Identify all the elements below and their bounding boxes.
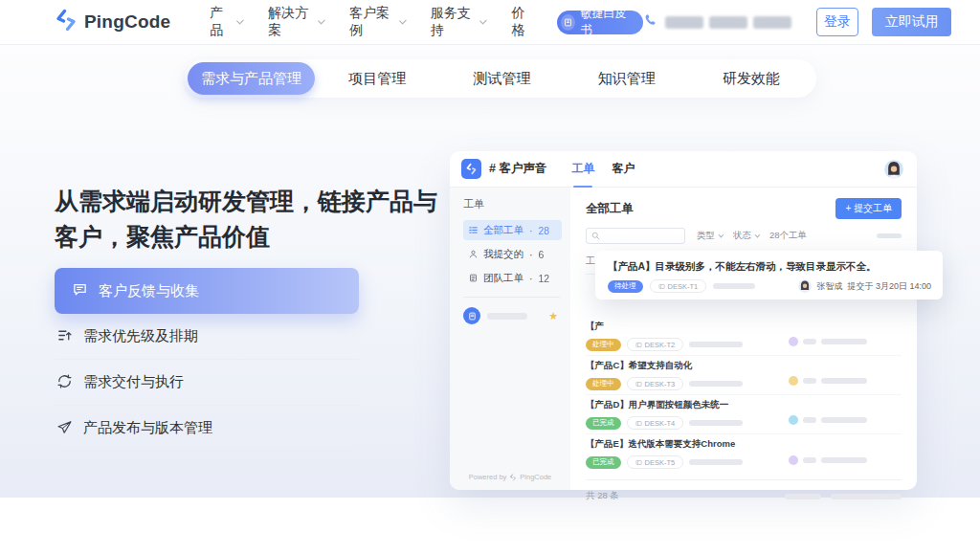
nav-item-solutions[interactable]: 解决方案 <box>255 5 336 39</box>
placeholder-bar <box>821 378 867 384</box>
placeholder-bar <box>713 283 755 289</box>
app-mockup-window: # 客户声音 工单 客户 工单 全部工单 ·28 <box>450 151 917 490</box>
mockup-tab-customers[interactable]: 客户 <box>612 151 635 188</box>
placeholder-bar <box>689 381 743 387</box>
ticket-icon <box>635 459 642 466</box>
status-badge: 处理中 <box>586 339 621 351</box>
sidebar-item-all-tickets[interactable]: 全部工单 ·28 <box>463 220 562 240</box>
powered-by-brand: PingCode <box>520 473 551 481</box>
brand-name: PingCode <box>84 11 170 33</box>
submitter-avatar <box>798 279 812 293</box>
mockup-header: # 客户声音 工单 客户 <box>450 151 917 188</box>
status-badge: 待处理 <box>608 280 643 293</box>
ticket-icon <box>635 342 642 348</box>
login-button[interactable]: 登录 <box>816 8 858 36</box>
nav-item-label: 客户案例 <box>349 5 394 39</box>
tab-knowledge[interactable]: 知识管理 <box>565 62 689 95</box>
pingcode-app-icon <box>461 159 481 179</box>
tab-testing[interactable]: 测试管理 <box>439 62 564 95</box>
submitter-name: 张智成 <box>816 280 842 293</box>
status-badge: 已完成 <box>586 456 621 469</box>
submit-ticket-button[interactable]: + 提交工单 <box>835 198 902 219</box>
table-row[interactable]: 【产品E】迭代版本需要支持Chrome 已完成 DESK-T5 <box>586 434 902 474</box>
table-footer: 共 28 条 <box>586 479 902 502</box>
filter-status[interactable]: 状态 <box>733 230 758 242</box>
sidebar-item-team-tickets[interactable]: 团队工单 ·12 <box>463 268 562 288</box>
search-input[interactable] <box>586 228 685 244</box>
phone-digits-blur <box>665 16 703 29</box>
placeholder-bar <box>821 417 867 423</box>
nav-item-support[interactable]: 服务支持 <box>417 5 499 39</box>
submit-time: 提交于 3月20日 14:00 <box>847 280 931 293</box>
chevron-down-icon <box>755 232 761 237</box>
sidebar-doc-shortcut[interactable]: ★ <box>463 307 562 324</box>
search-icon <box>591 232 600 240</box>
ticket-id: DESK-T3 <box>645 380 676 388</box>
placeholder-bar <box>689 459 743 465</box>
filter-type[interactable]: 类型 <box>697 230 722 242</box>
user-avatar[interactable] <box>884 160 903 179</box>
placeholder-bar <box>803 339 816 344</box>
mockup-main-panel: 全部工单 + 提交工单 类型 状态 28个工单 <box>570 188 917 490</box>
nav-item-cases[interactable]: 客户案例 <box>336 5 417 39</box>
placeholder-bar <box>689 420 743 426</box>
sidebar-item-my-submitted[interactable]: 我提交的 ·6 <box>463 244 562 264</box>
assignee-dot <box>789 337 798 346</box>
assignee-dot <box>789 415 798 425</box>
mockup-tab-tickets[interactable]: 工单 <box>571 151 594 188</box>
sidebar-divider <box>463 297 560 298</box>
nav-item-label: 解决方案 <box>268 5 313 39</box>
placeholder-bar <box>821 457 867 463</box>
nav-item-products[interactable]: 产品 <box>196 5 255 39</box>
whitepaper-badge[interactable]: 敏捷白皮书 <box>557 11 643 34</box>
phone-digits-blur <box>753 16 791 29</box>
ticket-id: DESK-T5 <box>645 458 676 467</box>
table-row[interactable]: 【产品D】用户界面按钮颜色未统一 已完成 DESK-T4 <box>586 395 902 434</box>
panel-title: 全部工单 <box>586 201 634 217</box>
placeholder-bar <box>803 457 816 463</box>
tab-project[interactable]: 项目管理 <box>315 62 439 95</box>
sidebar-item-label: 我提交的 <box>483 248 523 261</box>
feature-item-priority[interactable]: 需求优先级及排期 <box>55 314 359 360</box>
chevron-down-icon <box>318 17 325 25</box>
feature-label: 产品发布与版本管理 <box>83 419 212 437</box>
sidebar-item-label: 团队工单 <box>483 272 523 285</box>
table-row[interactable]: 【产 处理中 DESK-T2 <box>586 317 902 356</box>
filter-label: 状态 <box>733 230 751 242</box>
ticket-id-pill: DESK-T1 <box>650 279 707 293</box>
powered-by: Powered by PingCode <box>450 473 570 481</box>
star-icon[interactable]: ★ <box>548 310 558 322</box>
comment-icon <box>72 281 88 300</box>
tab-requirements-product[interactable]: 需求与产品管理 <box>188 62 315 95</box>
ticket-id: DESK-T1 <box>668 282 699 291</box>
priority-list-icon <box>56 327 73 346</box>
pingcode-logo[interactable]: PingCode <box>55 9 170 35</box>
person-icon <box>469 249 478 260</box>
list-icon <box>469 225 478 236</box>
table-row[interactable]: 【产品C】希望支持自动化 处理中 DESK-T3 <box>586 356 902 395</box>
ticket-title: 【产 <box>586 321 743 333</box>
trial-button[interactable]: 立即试用 <box>872 8 951 36</box>
ticket-detail-tooltip: 【产品A】目录级别多，不能左右滑动，导致目录显示不全。 待处理 DESK-T1 … <box>595 251 943 299</box>
ticket-id-pill: DESK-T5 <box>627 455 684 469</box>
chevron-down-icon <box>479 17 487 25</box>
feature-item-feedback[interactable]: 客户反馈与收集 <box>55 268 359 314</box>
mockup-sidebar: 工单 全部工单 ·28 我提交的 ·6 <box>450 188 570 490</box>
pagination-placeholder[interactable] <box>785 494 821 499</box>
feature-item-delivery[interactable]: 需求交付与执行 <box>55 360 359 406</box>
nav-item-pricing[interactable]: 价格 <box>499 5 548 39</box>
main-nav: 产品 解决方案 客户案例 服务支持 价格 <box>196 5 547 39</box>
phone-digits-blur <box>709 16 747 29</box>
team-doc-icon <box>469 273 478 284</box>
total-count: 共 28 条 <box>586 490 619 502</box>
ticket-title: 【产品C】希望支持自动化 <box>586 360 743 372</box>
product-tabbar: 需求与产品管理 项目管理 测试管理 知识管理 研发效能 <box>185 59 816 98</box>
hero-section: 需求与产品管理 项目管理 测试管理 知识管理 研发效能 从需求端启动研发管理，链… <box>0 45 980 498</box>
pagination-placeholder[interactable] <box>831 494 902 499</box>
tab-efficiency[interactable]: 研发效能 <box>689 62 813 95</box>
assignee-dot <box>789 376 798 386</box>
feature-item-release[interactable]: 产品发布与版本管理 <box>55 406 359 452</box>
top-navbar: PingCode 产品 解决方案 客户案例 服务支持 价格 敏捷白皮书 <box>0 0 980 45</box>
pingcode-logo-icon <box>55 9 78 35</box>
status-badge: 已完成 <box>586 417 621 430</box>
